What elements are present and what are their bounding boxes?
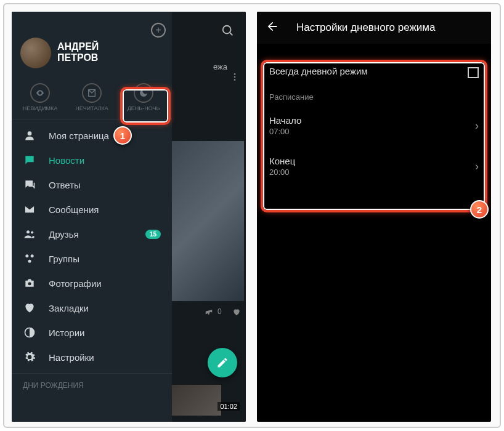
menu-stories[interactable]: Истории — [12, 320, 172, 345]
add-account-icon[interactable]: + — [151, 23, 166, 38]
svg-point-5 — [28, 131, 32, 135]
svg-point-6 — [26, 230, 30, 233]
svg-point-7 — [31, 231, 33, 233]
menu-groups[interactable]: Группы — [12, 246, 172, 271]
heart-icon — [23, 302, 36, 314]
bg-post-image — [165, 141, 244, 301]
svg-point-3 — [234, 76, 236, 78]
settings-title: Настройки дневного режима — [296, 22, 435, 34]
quick-invisible[interactable]: НЕВИДИМКА — [14, 83, 66, 111]
compose-fab[interactable] — [208, 348, 237, 377]
groups-icon — [23, 252, 36, 265]
bg-post-stats: 0 — [205, 307, 241, 316]
camera-icon — [23, 277, 36, 289]
menu-photos[interactable]: Фотографии — [12, 271, 172, 296]
section-birthdays: ДНИ РОЖДЕНИЯ — [12, 373, 172, 392]
svg-point-10 — [28, 260, 31, 263]
menu-bookmarks[interactable]: Закладки — [12, 296, 172, 320]
phone-right-screenshot: Настройки дневного режима Всегда дневной… — [257, 12, 491, 422]
bg-video-thumb — [166, 385, 221, 416]
quick-unread[interactable]: НЕЧИТАЛКА — [66, 83, 118, 111]
menu-profile[interactable]: Моя страница — [12, 123, 172, 148]
callout-marker-1: 1 — [113, 126, 132, 145]
search-icon[interactable] — [221, 24, 235, 40]
svg-point-4 — [234, 79, 236, 81]
person-icon — [23, 129, 36, 142]
svg-point-11 — [28, 282, 31, 285]
menu-friends[interactable]: Друзья 15 — [12, 222, 172, 246]
highlight-settings — [261, 60, 487, 212]
svg-point-0 — [223, 26, 231, 34]
menu-messages[interactable]: Сообщения — [12, 197, 172, 222]
settings-header: Настройки дневного режима — [257, 12, 491, 44]
bg-video-duration: 01:02 — [217, 402, 240, 411]
phone-left-screenshot: ежа 0 способ ть в се 01:02 — [12, 12, 246, 422]
gear-icon — [23, 351, 36, 363]
replies-icon — [23, 179, 36, 191]
back-arrow-icon[interactable] — [266, 20, 279, 36]
sidebar-header: АНДРЕЙ ПЕТРОВ + — [12, 12, 172, 79]
more-icon[interactable] — [230, 72, 240, 84]
sidebar-drawer: АНДРЕЙ ПЕТРОВ + НЕВИДИМКА НЕЧИТАЛКА ДЕНЬ… — [12, 12, 172, 422]
svg-point-8 — [25, 254, 28, 257]
news-icon — [23, 154, 36, 166]
friends-badge: 15 — [145, 230, 161, 239]
menu-settings[interactable]: Настройки — [12, 345, 172, 369]
avatar[interactable] — [20, 38, 51, 68]
highlight-daynight — [120, 87, 171, 125]
callout-marker-2: 2 — [470, 200, 489, 219]
people-icon — [23, 228, 36, 240]
sidebar-menu: Моя страница Новости Ответы Сообщения Др… — [12, 119, 172, 396]
svg-point-2 — [234, 73, 236, 75]
svg-point-9 — [31, 254, 34, 257]
menu-news[interactable]: Новости — [12, 148, 172, 172]
eye-icon — [35, 88, 45, 98]
stories-icon — [23, 326, 36, 339]
menu-replies[interactable]: Ответы — [12, 172, 172, 197]
user-name[interactable]: АНДРЕЙ ПЕТРОВ — [57, 41, 99, 64]
envelope-icon — [23, 203, 36, 216]
svg-line-1 — [230, 33, 233, 36]
mail-icon — [87, 88, 97, 98]
